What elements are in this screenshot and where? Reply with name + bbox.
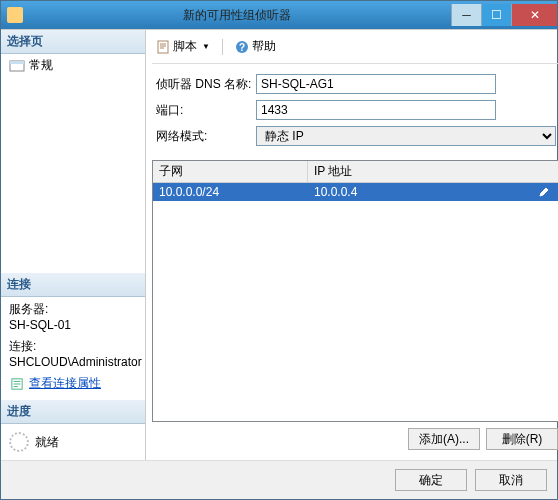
nav-general-label: 常规 — [29, 57, 53, 74]
right-pane: 脚本 ▼ ? 帮助 侦听器 DNS 名称: 端口: — [146, 30, 558, 460]
maximize-button[interactable]: ☐ — [481, 4, 511, 26]
nav-general[interactable]: 常规 — [1, 54, 145, 77]
titlebar: 新的可用性组侦听器 ─ ☐ ✕ — [1, 1, 557, 29]
help-icon: ? — [235, 40, 249, 54]
select-page-header: 选择页 — [1, 30, 145, 54]
cell-ip: 10.0.0.4 — [314, 185, 357, 199]
dialog-body: 选择页 常规 连接 服务器: SH-SQL-01 连接: SHCLOUD\Adm… — [1, 29, 557, 460]
port-label: 端口: — [156, 102, 256, 119]
help-button[interactable]: ? 帮助 — [231, 36, 280, 57]
script-label: 脚本 — [173, 38, 197, 55]
view-connection-link[interactable]: 查看连接属性 — [9, 375, 137, 392]
ready-label: 就绪 — [35, 434, 59, 451]
connection-block: 服务器: SH-SQL-01 连接: SHCLOUD\Administrator… — [1, 297, 145, 400]
conn-label: 连接: — [9, 338, 137, 355]
left-pane: 选择页 常规 连接 服务器: SH-SQL-01 连接: SHCLOUD\Adm… — [1, 30, 146, 460]
script-icon — [156, 40, 170, 54]
form: 侦听器 DNS 名称: 端口: 网络模式: 静态 IP — [152, 64, 558, 158]
minimize-button[interactable]: ─ — [451, 4, 481, 26]
svg-rect-1 — [10, 61, 24, 64]
svg-rect-3 — [158, 41, 168, 53]
table-row[interactable]: 10.0.0.0/24 10.0.0.4 — [153, 183, 558, 201]
col-subnet: 子网 — [153, 161, 308, 182]
app-icon — [7, 7, 23, 23]
page-icon — [9, 60, 25, 72]
chevron-down-icon: ▼ — [202, 42, 210, 51]
help-label: 帮助 — [252, 38, 276, 55]
properties-icon — [9, 378, 25, 390]
dns-input[interactable] — [256, 74, 496, 94]
toolbar: 脚本 ▼ ? 帮助 — [152, 34, 558, 64]
window-title: 新的可用性组侦听器 — [23, 7, 451, 24]
dialog-window: 新的可用性组侦听器 ─ ☐ ✕ 选择页 常规 连接 服务器: SH-SQL-01… — [0, 0, 558, 500]
conn-value: SHCLOUD\Administrator — [9, 355, 137, 369]
window-buttons: ─ ☐ ✕ — [451, 4, 557, 26]
svg-text:?: ? — [239, 42, 245, 53]
server-value: SH-SQL-01 — [9, 318, 137, 332]
ok-button[interactable]: 确定 — [395, 469, 467, 491]
cell-subnet: 10.0.0.0/24 — [153, 183, 308, 201]
separator — [222, 39, 223, 55]
remove-button[interactable]: 删除(R) — [486, 428, 558, 450]
ip-grid: 子网 IP 地址 10.0.0.0/24 10.0.0.4 — [152, 160, 558, 422]
progress-block: 就绪 — [1, 424, 145, 460]
grid-body: 10.0.0.0/24 10.0.0.4 — [153, 183, 558, 421]
edit-icon[interactable] — [535, 186, 553, 198]
dns-label: 侦听器 DNS 名称: — [156, 76, 256, 93]
grid-header: 子网 IP 地址 — [153, 161, 558, 183]
cancel-button[interactable]: 取消 — [475, 469, 547, 491]
close-button[interactable]: ✕ — [511, 4, 557, 26]
netmode-select[interactable]: 静态 IP — [256, 126, 556, 146]
port-input[interactable] — [256, 100, 496, 120]
grid-actions: 添加(A)... 删除(R) — [152, 422, 558, 456]
connection-header: 连接 — [1, 273, 145, 297]
netmode-label: 网络模式: — [156, 128, 256, 145]
view-connection-label: 查看连接属性 — [29, 375, 101, 392]
spinner-icon — [9, 432, 29, 452]
server-label: 服务器: — [9, 301, 137, 318]
footer: 确定 取消 — [1, 460, 557, 499]
script-button[interactable]: 脚本 ▼ — [152, 36, 214, 57]
col-ip: IP 地址 — [308, 161, 558, 182]
add-button[interactable]: 添加(A)... — [408, 428, 480, 450]
progress-header: 进度 — [1, 400, 145, 424]
